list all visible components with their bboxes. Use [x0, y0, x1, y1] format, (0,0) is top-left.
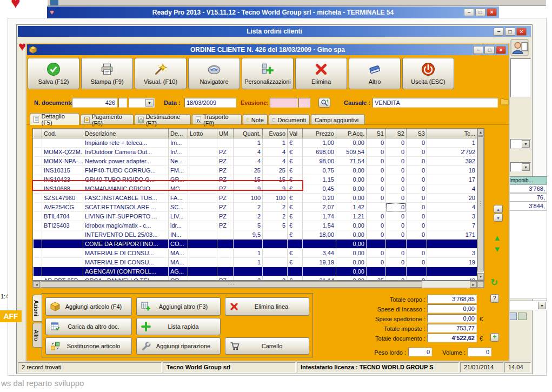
cell[interactable] [263, 258, 288, 267]
cell[interactable] [288, 240, 303, 249]
cell[interactable]: 0,00 [336, 230, 367, 240]
cell[interactable]: 1,15 [303, 175, 336, 184]
cell[interactable] [263, 240, 288, 249]
cell[interactable]: 0 [407, 230, 427, 240]
column-header[interactable]: S1 [367, 129, 386, 138]
cell[interactable]: Ne... [169, 157, 188, 166]
cell[interactable]: 25 [263, 166, 288, 175]
cell[interactable]: AGENCAVI (CONTROLL... [83, 267, 169, 276]
cell[interactable] [188, 240, 217, 249]
scroll-right-button[interactable]: ► [470, 281, 477, 288]
visual-button[interactable]: Visual. (F10) [135, 58, 187, 89]
move-line-down-button[interactable]: ▼ [493, 244, 501, 254]
cell[interactable]: 40 [427, 276, 477, 281]
cell[interactable]: 0 [407, 138, 427, 148]
row-selector[interactable] [34, 221, 42, 230]
evasione-extra-field[interactable] [298, 98, 310, 108]
cell[interactable]: OR... [169, 276, 188, 281]
cell[interactable]: 0 [386, 276, 407, 281]
cell[interactable]: 0,00 [336, 221, 367, 230]
table-row[interactable]: BTI25403idrobox magic/matix - c...idr...… [34, 221, 477, 230]
cell[interactable]: 0 [367, 138, 386, 148]
cell[interactable]: BTI25403 [42, 221, 83, 230]
actions-tab-altro[interactable]: Altro [32, 323, 42, 348]
cell[interactable]: 100 [263, 194, 288, 203]
cell[interactable] [42, 240, 83, 249]
cell[interactable]: 4 [263, 148, 288, 157]
cell[interactable]: 0 [386, 230, 407, 240]
contact-card-button[interactable] [510, 39, 529, 57]
help-button[interactable]: ? [490, 294, 499, 303]
cell[interactable]: 7 [427, 221, 477, 230]
row-selector[interactable] [34, 230, 42, 240]
cell[interactable]: 0 [386, 138, 407, 148]
cell[interactable]: MOMX-Q22M... [42, 148, 83, 157]
cell[interactable]: 0,00 [336, 276, 367, 281]
cell[interactable]: € [288, 276, 303, 281]
row-selector[interactable] [34, 267, 42, 276]
cell[interactable] [303, 240, 336, 249]
cell[interactable]: 4 [263, 157, 288, 166]
cell[interactable]: FA... [169, 194, 188, 203]
table-row[interactable]: MATERIALE DI CONSU...MA...1€19,190,00000… [34, 258, 477, 267]
row-selector[interactable] [34, 166, 42, 175]
cell[interactable] [188, 267, 217, 276]
cell[interactable] [188, 157, 217, 166]
cell[interactable] [263, 267, 288, 276]
cell[interactable]: 2 [234, 276, 263, 281]
cell[interactable]: 1,54 [303, 221, 336, 230]
cell[interactable] [386, 240, 407, 249]
background-combo-2[interactable]: ▼ [510, 162, 531, 172]
table-row[interactable]: AGENCAVI (CONTROLL...AG...0,00 [34, 267, 477, 276]
cell[interactable]: 25 [234, 166, 263, 175]
cell[interactable]: € [288, 258, 303, 267]
cell[interactable]: 100 [234, 194, 263, 203]
cell[interactable] [217, 258, 234, 267]
add-repair-button[interactable]: Aggiungi riparazione [136, 337, 221, 355]
cell[interactable] [367, 240, 386, 249]
order-close-button[interactable]: × [496, 46, 506, 54]
table-row[interactable]: AVE254CGSCAT.RETTANGOLARE ...SC...PZ22€2… [34, 203, 477, 212]
cell[interactable]: 0,00 [336, 166, 367, 175]
cell[interactable]: 0,00 [336, 258, 367, 267]
doc-type-combo[interactable]: ▼ [129, 98, 155, 108]
cell[interactable]: FM... [169, 166, 188, 175]
cell[interactable]: € [288, 166, 303, 175]
doc-suffix-field[interactable] [118, 98, 127, 108]
cell[interactable] [217, 138, 234, 148]
cell[interactable]: ORCA - PANNELLO TEL... [83, 276, 169, 281]
cell[interactable]: 1,21 [336, 212, 367, 221]
cell[interactable] [188, 276, 217, 281]
cell[interactable]: 1 [234, 138, 263, 148]
column-header[interactable]: Lotto [188, 129, 217, 138]
app-minimize-button[interactable]: – [464, 8, 474, 16]
cell[interactable]: PZ [217, 212, 234, 221]
print-button[interactable]: Stampa (F9) [81, 58, 133, 89]
lista-window-titlebar[interactable]: Lista ordini clienti – □ × [18, 26, 531, 37]
cell[interactable]: 1,74 [303, 212, 336, 221]
cell[interactable]: CO... [169, 240, 188, 249]
cell[interactable]: 0,00 [336, 240, 367, 249]
cell[interactable]: PZ [217, 157, 234, 166]
chevron-down-icon[interactable]: ▼ [522, 163, 530, 171]
cell[interactable] [42, 258, 83, 267]
cell[interactable]: 171 [427, 230, 477, 240]
cell[interactable] [42, 138, 83, 148]
table-row[interactable]: INTERVENTO DEL 25/03...IN...9,5€18,000,0… [34, 230, 477, 240]
cell[interactable]: 0 [386, 203, 407, 212]
column-header[interactable]: P.Acq. [336, 129, 367, 138]
order-maximize-button[interactable]: □ [484, 46, 495, 54]
column-header[interactable]: S3 [407, 129, 427, 138]
table-row[interactable]: MOMX-Q22M...In/Outdoor Camera Out...In/.… [34, 148, 477, 157]
navigator-button[interactable]: Navigatore [188, 58, 240, 89]
cell[interactable]: 19,19 [303, 258, 336, 267]
row-selector[interactable] [34, 258, 42, 267]
cell[interactable] [288, 267, 303, 276]
cell[interactable] [188, 166, 217, 175]
cell[interactable] [407, 240, 427, 249]
table-row[interactable]: BTIL4704LIVING INT-SUPPORTO ...LIV...PZ2… [34, 212, 477, 221]
quick-list-button[interactable]: Lista rapida [136, 318, 221, 335]
column-header[interactable]: De... [169, 129, 188, 138]
cell[interactable]: 71,54 [336, 157, 367, 166]
cart-button[interactable]: Carrello [225, 337, 309, 355]
